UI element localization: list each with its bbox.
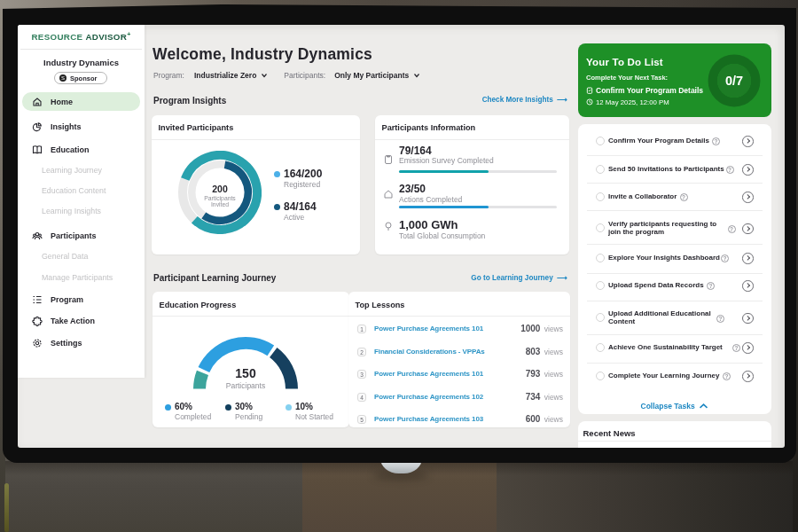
svg-text:0/7: 0/7 [725, 74, 743, 88]
